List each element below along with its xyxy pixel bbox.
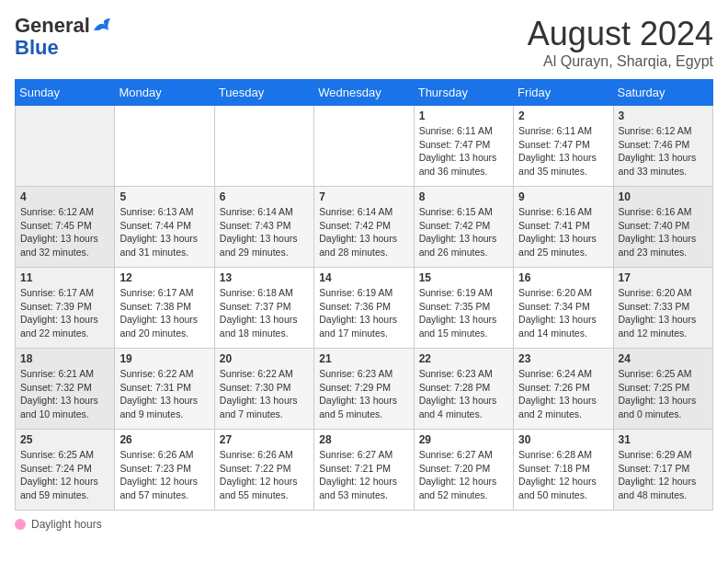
calendar-cell: 6Sunrise: 6:14 AM Sunset: 7:43 PM Daylig… xyxy=(214,187,313,268)
day-info: Sunrise: 6:29 AM Sunset: 7:17 PM Dayligh… xyxy=(619,448,708,502)
day-info: Sunrise: 6:26 AM Sunset: 7:22 PM Dayligh… xyxy=(220,448,309,502)
day-number: 3 xyxy=(619,109,708,122)
day-number: 11 xyxy=(20,271,109,284)
day-info: Sunrise: 6:17 AM Sunset: 7:39 PM Dayligh… xyxy=(20,286,109,340)
day-number: 24 xyxy=(619,352,708,365)
day-info: Sunrise: 6:19 AM Sunset: 7:36 PM Dayligh… xyxy=(319,286,408,340)
day-number: 31 xyxy=(619,433,708,446)
calendar-cell xyxy=(115,106,214,187)
calendar-cell: 20Sunrise: 6:22 AM Sunset: 7:30 PM Dayli… xyxy=(214,349,313,430)
calendar-cell: 22Sunrise: 6:23 AM Sunset: 7:28 PM Dayli… xyxy=(414,349,513,430)
calendar-cell xyxy=(16,106,115,187)
calendar-cell: 24Sunrise: 6:25 AM Sunset: 7:25 PM Dayli… xyxy=(613,349,712,430)
calendar-cell: 30Sunrise: 6:28 AM Sunset: 7:18 PM Dayli… xyxy=(514,430,613,511)
calendar-cell: 25Sunrise: 6:25 AM Sunset: 7:24 PM Dayli… xyxy=(16,430,115,511)
day-info: Sunrise: 6:16 AM Sunset: 7:40 PM Dayligh… xyxy=(619,205,708,259)
day-number: 1 xyxy=(419,109,508,122)
day-number: 16 xyxy=(518,271,608,284)
calendar-cell: 23Sunrise: 6:24 AM Sunset: 7:26 PM Dayli… xyxy=(514,349,613,430)
day-number: 9 xyxy=(518,190,608,203)
calendar-cell: 13Sunrise: 6:18 AM Sunset: 7:37 PM Dayli… xyxy=(214,268,313,349)
day-info: Sunrise: 6:22 AM Sunset: 7:30 PM Dayligh… xyxy=(220,367,309,421)
calendar-header-wednesday: Wednesday xyxy=(314,80,414,106)
calendar-cell xyxy=(314,106,414,187)
calendar-cell: 5Sunrise: 6:13 AM Sunset: 7:44 PM Daylig… xyxy=(115,187,214,268)
calendar-week-row: 1Sunrise: 6:11 AM Sunset: 7:47 PM Daylig… xyxy=(16,106,713,187)
calendar-cell: 12Sunrise: 6:17 AM Sunset: 7:38 PM Dayli… xyxy=(115,268,214,349)
day-number: 22 xyxy=(419,352,508,365)
day-number: 28 xyxy=(319,433,408,446)
calendar-week-row: 18Sunrise: 6:21 AM Sunset: 7:32 PM Dayli… xyxy=(16,349,713,430)
day-number: 15 xyxy=(419,271,508,284)
day-number: 7 xyxy=(319,190,408,203)
calendar-header-thursday: Thursday xyxy=(414,80,513,106)
logo-bird-icon xyxy=(92,17,112,34)
day-info: Sunrise: 6:17 AM Sunset: 7:38 PM Dayligh… xyxy=(119,286,209,340)
day-number: 30 xyxy=(518,433,608,446)
calendar-cell: 26Sunrise: 6:26 AM Sunset: 7:23 PM Dayli… xyxy=(115,430,214,511)
daylight-label: Daylight hours xyxy=(31,518,102,531)
day-number: 13 xyxy=(220,271,309,284)
day-number: 20 xyxy=(220,352,309,365)
day-info: Sunrise: 6:27 AM Sunset: 7:21 PM Dayligh… xyxy=(319,448,408,502)
header: General Blue August 2024 Al Qurayn, Shar… xyxy=(15,15,713,70)
day-info: Sunrise: 6:12 AM Sunset: 7:46 PM Dayligh… xyxy=(619,124,708,178)
calendar-cell: 4Sunrise: 6:12 AM Sunset: 7:45 PM Daylig… xyxy=(16,187,115,268)
day-number: 14 xyxy=(319,271,408,284)
calendar-cell xyxy=(214,106,313,187)
day-number: 29 xyxy=(419,433,508,446)
calendar-cell: 9Sunrise: 6:16 AM Sunset: 7:41 PM Daylig… xyxy=(514,187,613,268)
calendar-week-row: 4Sunrise: 6:12 AM Sunset: 7:45 PM Daylig… xyxy=(16,187,713,268)
calendar-header-friday: Friday xyxy=(514,80,613,106)
footer: Daylight hours xyxy=(15,518,713,531)
day-info: Sunrise: 6:25 AM Sunset: 7:24 PM Dayligh… xyxy=(20,448,109,502)
day-info: Sunrise: 6:22 AM Sunset: 7:31 PM Dayligh… xyxy=(119,367,209,421)
day-info: Sunrise: 6:13 AM Sunset: 7:44 PM Dayligh… xyxy=(119,205,209,259)
day-number: 8 xyxy=(419,190,508,203)
calendar-cell: 11Sunrise: 6:17 AM Sunset: 7:39 PM Dayli… xyxy=(16,268,115,349)
calendar-body: 1Sunrise: 6:11 AM Sunset: 7:47 PM Daylig… xyxy=(16,106,713,511)
title-area: August 2024 Al Qurayn, Sharqia, Egypt xyxy=(528,15,713,70)
calendar-cell: 19Sunrise: 6:22 AM Sunset: 7:31 PM Dayli… xyxy=(115,349,214,430)
calendar-cell: 16Sunrise: 6:20 AM Sunset: 7:34 PM Dayli… xyxy=(514,268,613,349)
calendar-cell: 15Sunrise: 6:19 AM Sunset: 7:35 PM Dayli… xyxy=(414,268,513,349)
day-number: 10 xyxy=(619,190,708,203)
day-number: 27 xyxy=(220,433,309,446)
calendar-cell: 3Sunrise: 6:12 AM Sunset: 7:46 PM Daylig… xyxy=(613,106,712,187)
day-info: Sunrise: 6:12 AM Sunset: 7:45 PM Dayligh… xyxy=(20,205,109,259)
daylight-dot xyxy=(15,519,26,530)
day-info: Sunrise: 6:25 AM Sunset: 7:25 PM Dayligh… xyxy=(619,367,708,421)
day-info: Sunrise: 6:14 AM Sunset: 7:43 PM Dayligh… xyxy=(220,205,309,259)
calendar-week-row: 11Sunrise: 6:17 AM Sunset: 7:39 PM Dayli… xyxy=(16,268,713,349)
calendar-header-tuesday: Tuesday xyxy=(214,80,313,106)
day-info: Sunrise: 6:18 AM Sunset: 7:37 PM Dayligh… xyxy=(220,286,309,340)
calendar-cell: 18Sunrise: 6:21 AM Sunset: 7:32 PM Dayli… xyxy=(16,349,115,430)
calendar-cell: 1Sunrise: 6:11 AM Sunset: 7:47 PM Daylig… xyxy=(414,106,513,187)
calendar-header-row: SundayMondayTuesdayWednesdayThursdayFrid… xyxy=(16,80,713,106)
day-info: Sunrise: 6:21 AM Sunset: 7:32 PM Dayligh… xyxy=(20,367,109,421)
day-info: Sunrise: 6:20 AM Sunset: 7:33 PM Dayligh… xyxy=(619,286,708,340)
logo-general: General xyxy=(15,15,90,37)
day-info: Sunrise: 6:11 AM Sunset: 7:47 PM Dayligh… xyxy=(419,124,508,178)
day-info: Sunrise: 6:27 AM Sunset: 7:20 PM Dayligh… xyxy=(419,448,508,502)
calendar-header-sunday: Sunday xyxy=(16,80,115,106)
logo: General Blue xyxy=(15,15,112,59)
calendar-cell: 2Sunrise: 6:11 AM Sunset: 7:47 PM Daylig… xyxy=(514,106,613,187)
day-info: Sunrise: 6:24 AM Sunset: 7:26 PM Dayligh… xyxy=(518,367,608,421)
day-number: 2 xyxy=(518,109,608,122)
day-number: 25 xyxy=(20,433,109,446)
day-info: Sunrise: 6:11 AM Sunset: 7:47 PM Dayligh… xyxy=(518,124,608,178)
day-number: 17 xyxy=(619,271,708,284)
day-number: 18 xyxy=(20,352,109,365)
day-info: Sunrise: 6:19 AM Sunset: 7:35 PM Dayligh… xyxy=(419,286,508,340)
day-info: Sunrise: 6:20 AM Sunset: 7:34 PM Dayligh… xyxy=(518,286,608,340)
day-info: Sunrise: 6:14 AM Sunset: 7:42 PM Dayligh… xyxy=(319,205,408,259)
day-number: 19 xyxy=(119,352,209,365)
page-title: August 2024 xyxy=(528,15,713,53)
day-number: 5 xyxy=(119,190,209,203)
day-info: Sunrise: 6:15 AM Sunset: 7:42 PM Dayligh… xyxy=(419,205,508,259)
calendar-table: SundayMondayTuesdayWednesdayThursdayFrid… xyxy=(15,79,713,511)
day-number: 6 xyxy=(220,190,309,203)
calendar-cell: 21Sunrise: 6:23 AM Sunset: 7:29 PM Dayli… xyxy=(314,349,414,430)
day-info: Sunrise: 6:23 AM Sunset: 7:29 PM Dayligh… xyxy=(319,367,408,421)
